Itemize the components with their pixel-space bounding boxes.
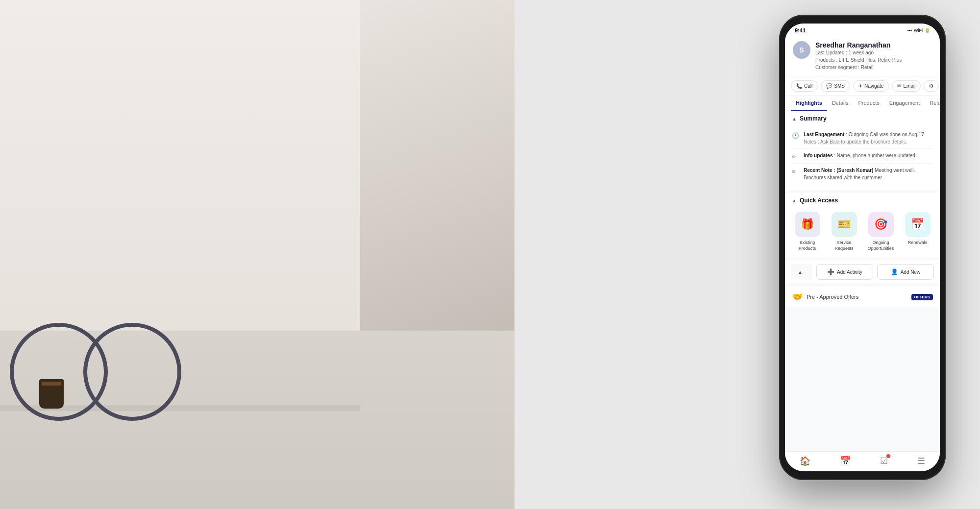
contact-details: Sreedhar Ranganathan Last Updated : 1 we… [815,41,932,71]
info-updates-text: Info updates : Name, phone number were u… [804,152,915,159]
calendar-icon: 📅 [840,456,851,466]
quick-access-title: Quick Access [800,197,838,204]
email-label: Email [903,83,915,89]
tab-highlights[interactable]: Highlights [791,96,827,111]
tab-details[interactable]: Details [827,96,854,111]
home-icon: 🏠 [800,456,810,466]
call-button[interactable]: 📞 Call [791,80,818,92]
avatar: S [793,41,810,59]
last-engagement-item: 🕐 Last Engagement : Outgoing Call was do… [792,128,933,149]
qa-ongoing-opportunities[interactable]: 🎯 OngoingOpportunities [864,212,897,251]
renewals-icon: 📅 [911,218,924,231]
email-icon: ✉ [897,83,901,89]
coffee-cup [39,379,64,409]
summary-chevron-icon: ▲ [792,116,797,121]
nav-tasks[interactable]: ☑ [880,456,888,466]
contact-header: S Sreedhar Ranganathan Last Updated : 1 … [785,37,940,76]
qa-renewals[interactable]: 📅 Renewals [901,212,934,251]
call-icon: 📞 [796,83,802,89]
collapse-icon: ▲ [798,269,803,275]
sms-icon: 💬 [826,83,832,89]
offers-bar[interactable]: 🤝 Pre - Approved Offers OFFERS [785,287,940,307]
status-time: 9:41 [795,27,806,33]
contact-last-updated: Last Updated : 1 week ago Products : LIF… [815,49,932,71]
add-activity-icon: ➕ [827,268,834,275]
navigate-button[interactable]: ✈ Navigate [853,80,889,92]
battery-icon: 🔋 [925,28,930,33]
email-button[interactable]: ✉ Email [892,80,921,92]
service-requests-icon: 🎫 [837,218,851,231]
ongoing-opportunities-icon-box: 🎯 [868,212,894,237]
nav-home[interactable]: 🏠 [800,456,810,466]
recent-note-text: Recent Note : (Suresh Kumar) Meeting wen… [804,167,933,181]
ongoing-opportunities-icon: 🎯 [874,218,887,231]
section-collapse-btn[interactable]: ▲ [791,264,812,280]
background-photo [0,0,514,509]
offers-badge: OFFERS [911,294,933,300]
menu-icon: ☰ [917,456,925,466]
qa-service-requests[interactable]: 🎫 ServiceRequests [828,212,860,251]
more-icon: ⚙ [929,83,933,89]
clock-icon: 🕐 [792,131,800,139]
action-buttons-row: 📞 Call 💬 SMS ✈ Navigate ✉ Email ⚙ [785,76,940,96]
sms-button[interactable]: 💬 SMS [821,80,850,92]
renewals-label: Renewals [908,240,928,246]
phone-screen: 9:41 ▪▪▪ WiFi 🔋 S Sreedhar Ranganathan L… [785,24,940,471]
renewals-icon-box: 📅 [905,212,931,237]
quick-actions-row: ▲ ➕ Add Activity 👤 Add New [785,260,940,284]
last-engagement-text: Last Engagement : Outgoing Call was done… [804,131,924,145]
existing-products-label: ExistingProducts [799,240,816,251]
existing-products-icon-box: 🎁 [795,212,820,237]
summary-section: ▲ Summary 🕐 Last Engagement : Outgoing C… [785,111,940,190]
content-area: ▲ Summary 🕐 Last Engagement : Outgoing C… [785,111,940,451]
summary-header[interactable]: ▲ Summary [785,111,940,126]
qa-existing-products[interactable]: 🎁 ExistingProducts [791,212,824,251]
quick-access-chevron-icon: ▲ [792,198,797,203]
ongoing-opportunities-label: OngoingOpportunities [868,240,894,251]
tabs-row: Highlights Details Products Engagement R… [785,96,940,111]
offers-icon: 🤝 [792,291,803,302]
pencil-icon: ✏ [792,152,800,160]
tab-engagement[interactable]: Engagement [884,96,925,111]
nav-menu[interactable]: ☰ [917,456,925,466]
offers-label: Pre - Approved Offers [807,294,907,300]
more-button[interactable]: ⚙ [924,80,939,92]
navigate-icon: ✈ [858,83,862,89]
wifi-icon: WiFi [914,28,923,33]
phone-container: 9:41 ▪▪▪ WiFi 🔋 S Sreedhar Ranganathan L… [774,15,951,490]
bike-wheel-back [83,323,181,421]
contact-name: Sreedhar Ranganathan [815,41,932,49]
tab-products[interactable]: Products [853,96,884,111]
quick-access-grid: 🎁 ExistingProducts 🎫 ServiceRequests [785,208,940,257]
bottom-nav: 🏠 📅 ☑ ☰ [785,451,940,471]
status-icons: ▪▪▪ WiFi 🔋 [907,28,930,33]
navigate-label: Navigate [864,83,883,89]
nav-calendar[interactable]: 📅 [840,456,851,466]
phone-shell: 9:41 ▪▪▪ WiFi 🔋 S Sreedhar Ranganathan L… [779,15,946,480]
summary-content: 🕐 Last Engagement : Outgoing Call was do… [785,126,940,190]
summary-title: Summary [800,115,827,122]
add-new-button[interactable]: 👤 Add New [877,264,934,280]
sms-label: SMS [834,83,845,89]
signal-icon: ▪▪▪ [907,28,912,33]
tab-related[interactable]: Rela... [925,96,940,111]
quick-access-section: ▲ Quick Access 🎁 ExistingProducts [785,193,940,257]
contact-info-row: S Sreedhar Ranganathan Last Updated : 1 … [793,41,932,71]
status-bar: 9:41 ▪▪▪ WiFi 🔋 [785,24,940,37]
add-activity-label: Add Activity [837,269,862,275]
quick-access-header[interactable]: ▲ Quick Access [785,193,940,208]
recent-note-item: ≡ Recent Note : (Suresh Kumar) Meeting w… [792,164,933,184]
service-requests-label: ServiceRequests [834,240,853,251]
note-icon: ≡ [792,167,800,175]
existing-products-icon: 🎁 [801,218,814,231]
add-new-label: Add New [901,269,921,275]
add-activity-button[interactable]: ➕ Add Activity [816,264,873,280]
tasks-badge [886,454,891,459]
service-requests-icon-box: 🎫 [832,212,857,237]
info-updates-item: ✏ Info updates : Name, phone number were… [792,149,933,164]
add-new-icon: 👤 [891,268,898,275]
call-label: Call [804,83,812,89]
